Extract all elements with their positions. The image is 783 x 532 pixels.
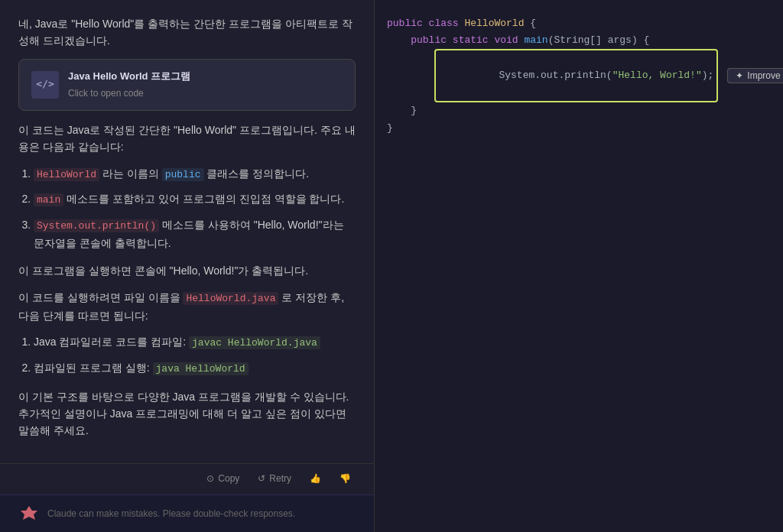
code-card[interactable]: </> Java Hello World 프로그램 Click to open … [18, 59, 356, 111]
string-hello: "Hello, World!" [612, 70, 702, 81]
retry-button[interactable]: ↺ Retry [253, 470, 296, 487]
list-item: main 메소드를 포함하고 있어 프로그램의 진입점 역할을 합니다. [34, 190, 356, 209]
wand-icon: ✦ [736, 70, 743, 81]
chat-panel: 네, Java로 "Hello World"를 출력하는 간단한 프로그램을 아… [0, 0, 375, 532]
closing-text: 이 기본 구조를 바탕으로 다양한 Java 프로그램을 개발할 수 있습니다.… [18, 388, 356, 440]
code-line-1: public class HelloWorld { [387, 15, 771, 32]
highlighted-statement: System.out.println("Hello, World!"); [434, 49, 718, 102]
retry-label: Retry [269, 473, 291, 484]
feature-list: HelloWorld 라는 이름의 public 클래스를 정의합니다. mai… [18, 165, 356, 252]
system-out: System.out.println( [499, 70, 612, 81]
thumbs-down-icon: 👎 [340, 473, 351, 484]
disclaimer-text: Claude can make mistakes. Please double-… [47, 508, 295, 519]
list-item: System.out.println() 메소드를 사용하여 "Hello, W… [34, 216, 356, 251]
code-line-2: public static void main(String[] args) { [387, 32, 771, 49]
code-helloworld: HelloWorld [34, 168, 99, 181]
action-buttons: ✦ Improve ℹ Explain [727, 67, 783, 84]
chat-footer: ⊙ Copy ↺ Retry 👍 👎 [0, 463, 374, 495]
intro-text: 네, Java로 "Hello World"를 출력하는 간단한 프로그램을 아… [18, 15, 356, 50]
claude-bar: Claude can make mistakes. Please double-… [0, 495, 374, 532]
save-text: 이 코드를 실행하려면 파일 이름을 HelloWorld.java 로 저장한… [18, 289, 356, 324]
description-text: 이 코드는 Java로 작성된 간단한 "Hello World" 프로그램입니… [18, 122, 356, 156]
thumbs-down-button[interactable]: 👎 [335, 470, 356, 487]
code-java-run: java HelloWorld [153, 362, 249, 375]
code-card-title: Java Hello World 프로그램 [68, 69, 190, 85]
list-item: Java 컴파일러로 코드를 컴파일: javac HelloWorld.jav… [34, 333, 356, 352]
list-item: 컴파일된 프로그램 실행: java HelloWorld [34, 359, 356, 378]
copy-icon: ⊙ [206, 473, 214, 484]
run-text: 이 프로그램을 실행하면 콘솔에 "Hello, World!"가 출력됩니다. [18, 262, 356, 279]
code-line-5: } [387, 120, 771, 137]
code-icon: </> [31, 71, 59, 99]
code-println: System.out.println() [34, 219, 159, 232]
code-main: main [34, 193, 63, 206]
code-javac: javac HelloWorld.java [189, 336, 320, 349]
code-card-subtitle: Click to open code [68, 86, 190, 101]
main-layout: 네, Java로 "Hello World"를 출력하는 간단한 프로그램을 아… [0, 0, 783, 532]
chat-content: 네, Java로 "Hello World"를 출력하는 간단한 프로그램을 아… [0, 0, 374, 463]
classname: HelloWorld [464, 15, 524, 32]
keyword-static: static [453, 32, 495, 49]
copy-button[interactable]: ⊙ Copy [202, 470, 244, 487]
copy-label: Copy [218, 473, 239, 484]
code-filename: HelloWorld.java [183, 292, 278, 305]
code-line-4: } [387, 102, 771, 119]
code-panel: public class HelloWorld { public static … [375, 0, 783, 532]
keyword-public: public [387, 15, 429, 32]
keyword-void: void [494, 32, 524, 49]
thumbs-up-button[interactable]: 👍 [305, 470, 326, 487]
code-line-3: System.out.println("Hello, World!"); ✦ I… [387, 49, 771, 102]
list-item: HelloWorld 라는 이름의 public 클래스를 정의합니다. [34, 165, 356, 183]
code-card-text: Java Hello World 프로그램 Click to open code [68, 69, 190, 101]
code-public: public [162, 168, 204, 181]
thumbs-up-icon: 👍 [310, 473, 321, 484]
steps-list: Java 컴파일러로 코드를 컴파일: javac HelloWorld.jav… [18, 333, 356, 378]
improve-button[interactable]: ✦ Improve [727, 68, 783, 83]
code-editor: public class HelloWorld { public static … [375, 0, 783, 532]
claude-logo-icon [18, 503, 40, 524]
method-main: main [524, 32, 547, 49]
keyword-public2: public [411, 32, 453, 49]
retry-icon: ↺ [258, 473, 265, 484]
improve-label: Improve [747, 70, 780, 81]
keyword-class: class [429, 15, 465, 32]
